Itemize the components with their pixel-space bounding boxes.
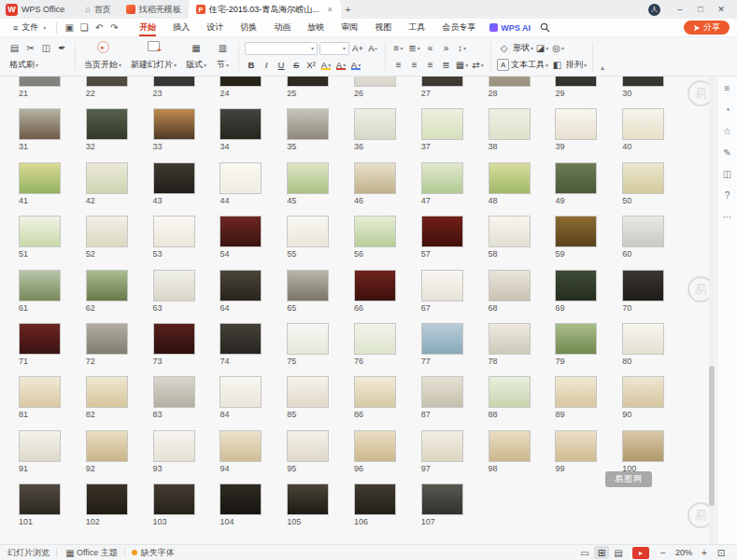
slide-thumb-83[interactable]: 83 — [153, 376, 197, 419]
highlight-color-button[interactable]: A▾ — [319, 58, 333, 71]
cut-icon[interactable]: ✂ — [23, 41, 37, 55]
menu-tab-审阅[interactable]: 审阅 — [333, 19, 366, 36]
slide-thumb-36[interactable]: 36 — [354, 108, 398, 151]
char-shading-button[interactable]: A▾ — [349, 58, 362, 71]
slide-thumbnail-image[interactable] — [19, 77, 61, 87]
user-avatar[interactable]: 人 — [648, 4, 660, 16]
slide-thumbnail-image[interactable] — [421, 430, 463, 462]
font-color-button[interactable]: A▾ — [334, 58, 347, 71]
slide-thumbnail-image[interactable] — [220, 430, 262, 462]
decrease-font-icon[interactable]: A- — [366, 42, 379, 55]
slide-thumb-76[interactable]: 76 — [354, 323, 398, 366]
slide-thumb-55[interactable]: 55 — [287, 216, 331, 259]
slide-thumb-23[interactable]: 23 — [153, 77, 197, 98]
slide-thumbnail-image[interactable] — [153, 216, 195, 247]
slide-thumbnail-image[interactable] — [354, 430, 396, 462]
slide-thumbnail-image[interactable] — [489, 430, 531, 462]
slide-thumb-96[interactable]: 96 — [354, 430, 398, 473]
slide-thumb-102[interactable]: 102 — [86, 483, 130, 526]
slide-thumbnail-image[interactable] — [421, 216, 463, 247]
arrange-button[interactable]: 排列▾ — [566, 59, 587, 71]
slide-thumbnail-image[interactable] — [489, 376, 531, 408]
menu-tab-工具[interactable]: 工具 — [400, 19, 433, 36]
slide-thumb-103[interactable]: 103 — [153, 483, 197, 526]
slide-thumbnail-image[interactable] — [354, 216, 396, 247]
paste-icon[interactable]: ▤ — [7, 41, 21, 55]
slide-thumbnail-image[interactable] — [153, 483, 195, 515]
slide-thumb-25[interactable]: 25 — [287, 77, 331, 98]
slide-thumb-106[interactable]: 106 — [354, 483, 398, 526]
slide-thumb-57[interactable]: 57 — [421, 216, 465, 259]
menu-tab-视图[interactable]: 视图 — [366, 19, 400, 36]
slide-thumbnail-image[interactable] — [86, 376, 128, 408]
slide-thumb-58[interactable]: 58 — [489, 216, 532, 259]
slide-thumb-45[interactable]: 45 — [287, 162, 331, 205]
slide-thumbnail-image[interactable] — [421, 483, 463, 515]
new-tab-button[interactable]: + — [341, 4, 356, 15]
slide-thumbnail-image[interactable] — [287, 270, 329, 301]
slide-thumbnail-image[interactable] — [220, 162, 262, 194]
slide-thumb-32[interactable]: 32 — [86, 108, 130, 151]
slide-thumb-35[interactable]: 35 — [287, 108, 331, 151]
slide-thumbnail-image[interactable] — [19, 162, 61, 194]
redo-icon[interactable]: ↷ — [106, 22, 121, 33]
slide-thumbnail-image[interactable] — [555, 77, 597, 87]
increase-font-icon[interactable]: A+ — [351, 42, 364, 55]
line-spacing-icon[interactable]: ↕▾ — [455, 41, 469, 55]
format-painter-button[interactable]: 格式刷▾ — [7, 59, 40, 71]
slide-thumbnail-image[interactable] — [421, 77, 463, 87]
slide-thumbnail-image[interactable] — [153, 77, 195, 87]
slide-thumb-50[interactable]: 50 — [622, 162, 666, 205]
slide-thumb-80[interactable]: 80 — [622, 323, 666, 366]
slide-thumbnail-image[interactable] — [489, 77, 531, 87]
slide-thumbnail-image[interactable] — [220, 376, 262, 408]
slide-thumb-86[interactable]: 86 — [354, 376, 398, 419]
tab-document[interactable]: P 住宅-2015.03-青岛海尔崂山... ✕ — [189, 0, 341, 19]
slide-thumbnail-image[interactable] — [287, 108, 329, 140]
slide-thumb-62[interactable]: 62 — [86, 270, 130, 313]
slide-thumbnail-image[interactable] — [622, 376, 664, 408]
text-tool-button[interactable]: 文本工具▾ — [511, 59, 548, 71]
slide-thumb-88[interactable]: 88 — [489, 376, 532, 419]
slide-thumb-107[interactable]: 107 — [421, 483, 465, 526]
slide-thumb-85[interactable]: 85 — [287, 376, 331, 419]
slide-thumb-93[interactable]: 93 — [153, 430, 197, 473]
slide-thumbnail-image[interactable] — [555, 323, 597, 355]
slide-thumb-24[interactable]: 24 — [220, 77, 263, 98]
new-slide-button[interactable]: 新建幻灯片▾ — [126, 39, 181, 74]
close-button[interactable]: ✕ — [711, 0, 731, 19]
slide-thumb-68[interactable]: 68 — [489, 270, 532, 313]
slide-thumb-21[interactable]: 21 — [19, 77, 63, 98]
slide-thumb-95[interactable]: 95 — [287, 430, 331, 473]
slide-thumbnail-image[interactable] — [489, 162, 531, 194]
slide-thumb-41[interactable]: 41 — [19, 162, 63, 205]
help-icon[interactable]: ? — [725, 191, 730, 201]
underline-button[interactable]: U — [275, 58, 288, 71]
slide-thumb-31[interactable]: 31 — [19, 108, 63, 151]
panel-list-icon[interactable]: ≡ — [725, 84, 730, 93]
align-right-icon[interactable]: ≡ — [423, 58, 437, 72]
slide-thumbnail-image[interactable] — [86, 216, 128, 247]
slide-thumbnail-image[interactable] — [287, 376, 329, 408]
slide-thumb-37[interactable]: 37 — [421, 108, 465, 151]
align-left-icon[interactable]: ≡ — [391, 58, 405, 72]
slide-thumb-87[interactable]: 87 — [421, 376, 465, 419]
print-icon[interactable]: ❏ — [77, 22, 92, 33]
slide-thumbnail-image[interactable] — [622, 108, 664, 140]
slide-thumbnail-image[interactable] — [153, 430, 195, 462]
increase-indent-icon[interactable]: » — [439, 41, 453, 55]
slide-thumb-69[interactable]: 69 — [555, 270, 599, 313]
slide-thumbnail-image[interactable] — [421, 108, 463, 140]
section-button[interactable]: ▥ 节▾ — [211, 39, 234, 74]
slide-thumb-66[interactable]: 66 — [354, 270, 398, 313]
slide-thumbnail-image[interactable] — [421, 323, 463, 355]
slide-thumbnail-image[interactable] — [153, 323, 195, 355]
slide-thumbnail-image[interactable] — [489, 323, 531, 355]
align-center-icon[interactable]: ≡ — [407, 58, 421, 72]
slide-thumb-34[interactable]: 34 — [220, 108, 263, 151]
slide-thumbnail-image[interactable] — [354, 162, 396, 194]
menu-tab-动画[interactable]: 动画 — [265, 19, 299, 36]
slide-thumb-81[interactable]: 81 — [19, 376, 63, 419]
slide-thumb-98[interactable]: 98 — [489, 430, 532, 473]
menu-tab-插入[interactable]: 插入 — [164, 19, 198, 36]
